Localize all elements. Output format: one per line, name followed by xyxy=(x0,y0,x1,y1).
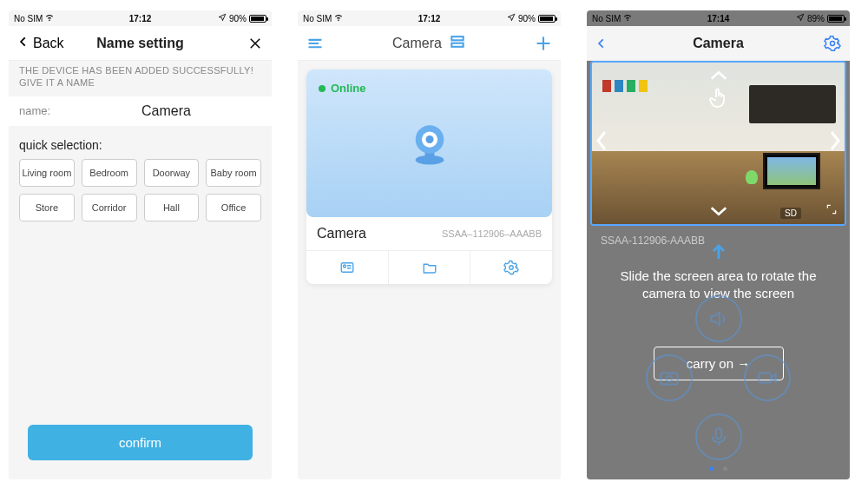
clock: 17:14 xyxy=(587,14,850,23)
svg-rect-5 xyxy=(451,36,463,40)
svg-rect-21 xyxy=(661,373,678,385)
files-button[interactable] xyxy=(389,251,471,284)
chip-living-room[interactable]: Living room xyxy=(19,159,75,187)
svg-rect-23 xyxy=(759,373,771,383)
battery-icon xyxy=(827,15,845,23)
chip-bedroom[interactable]: Bedroom xyxy=(82,159,137,187)
pan-up-icon[interactable] xyxy=(709,64,728,87)
page-title: Camera xyxy=(392,36,442,51)
camera-icon xyxy=(404,119,455,173)
status-dot-icon xyxy=(319,85,326,92)
quality-badge[interactable]: SD xyxy=(780,208,801,219)
device-serial: SSAA–112906–AAABB xyxy=(442,228,542,239)
page-title: Camera xyxy=(587,36,850,51)
chip-corridor[interactable]: Corridor xyxy=(82,194,137,221)
video-bg-flags xyxy=(602,80,648,92)
svg-rect-6 xyxy=(451,43,463,46)
svg-rect-24 xyxy=(715,428,721,439)
page-title: Name setting xyxy=(9,36,272,51)
page-title-wrap: Camera xyxy=(298,33,561,54)
status-badge: Online xyxy=(319,82,365,95)
device-preview[interactable]: Online xyxy=(306,69,552,217)
mic-button[interactable] xyxy=(695,413,742,460)
live-video[interactable]: SD xyxy=(590,61,846,226)
overlay-tutorial: SSAA-112906-AAABB Slide the screen area … xyxy=(587,226,850,479)
name-field[interactable]: name: Camera xyxy=(9,96,272,126)
svg-point-13 xyxy=(425,135,433,143)
svg-point-15 xyxy=(343,265,345,268)
pan-left-icon[interactable] xyxy=(595,129,608,157)
nav-bar: Camera xyxy=(298,26,561,61)
battery-icon xyxy=(538,15,556,23)
confirm-button[interactable]: confirm xyxy=(28,425,253,460)
status-text: Online xyxy=(331,82,365,95)
nav-bar: Camera xyxy=(587,26,850,61)
hand-pointer-icon xyxy=(708,87,729,115)
chip-hall[interactable]: Hall xyxy=(144,194,200,221)
chip-doorway[interactable]: Doorway xyxy=(144,159,200,187)
battery-icon xyxy=(249,15,266,23)
pan-down-icon[interactable] xyxy=(709,200,728,222)
status-bar: No SIM 17:12 90% xyxy=(9,10,272,26)
settings-button[interactable] xyxy=(470,251,552,284)
page-dot-1 xyxy=(709,466,713,471)
video-bg-plant xyxy=(746,170,758,184)
page-dot-2 xyxy=(723,466,727,471)
device-actions xyxy=(306,250,552,284)
quick-selection-grid: Living room Bedroom Doorway Baby room St… xyxy=(9,159,272,221)
screen-device-list: No SIM 17:12 90% Camera xyxy=(298,10,561,479)
device-name: Camera xyxy=(317,226,366,241)
name-value: Camera xyxy=(71,103,261,119)
clock: 17:12 xyxy=(9,14,272,23)
svg-point-18 xyxy=(510,266,514,270)
chip-baby-room[interactable]: Baby room xyxy=(206,159,261,187)
snapshot-button[interactable] xyxy=(646,354,693,401)
page-indicator xyxy=(587,459,850,474)
status-bar: No SIM 17:14 89% xyxy=(587,10,850,26)
chip-office[interactable]: Office xyxy=(206,194,261,221)
screen-name-setting: No SIM 17:12 90% Back Name setting THE D… xyxy=(9,10,272,479)
video-bg-worldmap xyxy=(749,85,836,123)
svg-point-22 xyxy=(667,376,673,382)
success-message: THE DEVICE HAS BEEN ADDED SUCCESSFULLY! … xyxy=(9,61,272,96)
quick-selection-label: quick selection: xyxy=(9,126,272,159)
nav-bar: Back Name setting xyxy=(9,26,272,61)
screen-live-view: No SIM 17:14 89% Camera xyxy=(587,10,850,479)
device-card[interactable]: Online Camera SSAA–112906–AAABB xyxy=(306,69,552,284)
video-bg-monitor xyxy=(763,153,820,189)
pan-right-icon[interactable] xyxy=(829,129,841,157)
fullscreen-icon[interactable] xyxy=(825,203,838,219)
clock: 17:12 xyxy=(298,14,561,23)
record-button[interactable] xyxy=(744,354,791,401)
status-bar: No SIM 17:12 90% xyxy=(298,10,561,26)
name-label: name: xyxy=(19,104,71,117)
device-info-row: Camera SSAA–112906–AAABB xyxy=(306,217,552,250)
chip-store[interactable]: Store xyxy=(19,194,75,221)
layout-toggle-icon[interactable] xyxy=(449,33,466,54)
info-button[interactable] xyxy=(306,251,389,284)
speaker-button[interactable] xyxy=(695,295,742,342)
svg-rect-14 xyxy=(341,263,353,273)
